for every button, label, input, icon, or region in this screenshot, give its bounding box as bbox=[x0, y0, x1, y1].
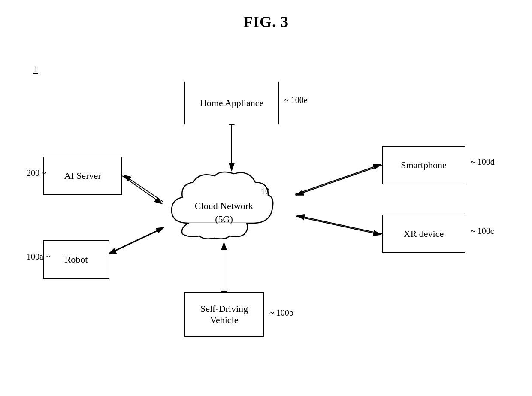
svg-line-4 bbox=[124, 175, 163, 202]
svg-line-10 bbox=[109, 228, 163, 254]
sdv-ref: ~ 100b bbox=[269, 308, 293, 318]
robot-ref: 100a ~ bbox=[27, 252, 50, 262]
cloud-ref-label: 10 bbox=[261, 187, 269, 196]
svg-line-9 bbox=[109, 227, 164, 253]
ai-server-box: AI Server bbox=[43, 157, 122, 195]
self-driving-box: Self-DrivingVehicle bbox=[184, 292, 264, 337]
home-appliance-box: Home Appliance bbox=[184, 82, 279, 124]
svg-line-5 bbox=[296, 165, 382, 195]
svg-line-8 bbox=[296, 216, 381, 235]
smartphone-box: Smartphone bbox=[382, 146, 466, 184]
diagram-container: FIG. 3 1 bbox=[0, 0, 532, 396]
ref-label-1: 1 bbox=[33, 63, 38, 75]
smartphone-ref: ~ 100d bbox=[471, 157, 495, 167]
cloud-label: Cloud Network (5G) bbox=[183, 200, 265, 226]
ai-server-ref: 200 ~ bbox=[27, 168, 46, 178]
svg-line-3 bbox=[122, 176, 162, 204]
xr-device-ref: ~ 100c bbox=[471, 226, 494, 236]
svg-line-7 bbox=[297, 215, 382, 234]
svg-line-6 bbox=[295, 164, 381, 194]
home-appliance-ref: ~ 100e bbox=[284, 95, 308, 105]
figure-title: FIG. 3 bbox=[0, 0, 532, 31]
xr-device-box: XR device bbox=[382, 215, 466, 253]
robot-box: Robot bbox=[43, 240, 109, 279]
